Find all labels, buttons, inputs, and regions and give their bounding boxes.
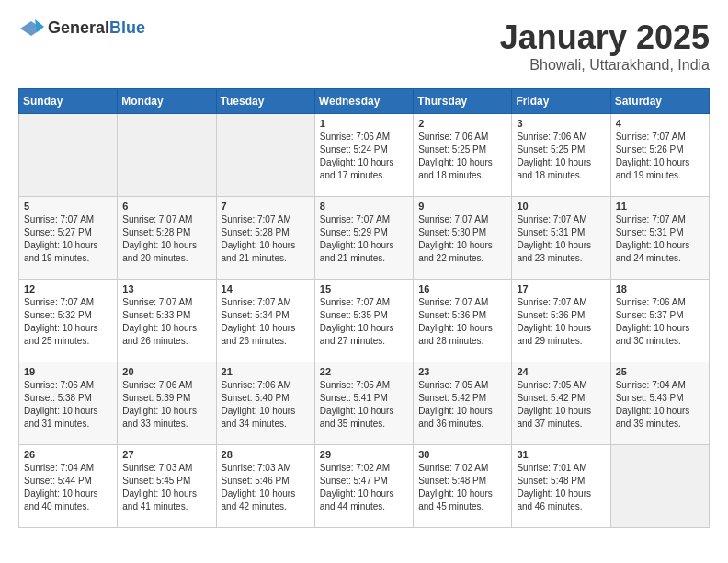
day-number: 17	[517, 283, 605, 294]
day-number: 15	[320, 283, 408, 294]
day-number: 3	[517, 118, 605, 129]
day-info: Sunrise: 7:06 AMSunset: 5:37 PMDaylight:…	[616, 296, 704, 348]
day-number: 8	[320, 201, 408, 212]
page-header: GeneralBlue January 2025 Bhowali, Uttara…	[18, 18, 710, 74]
calendar-cell: 25Sunrise: 7:04 AMSunset: 5:43 PMDayligh…	[610, 362, 709, 445]
calendar-cell: 29Sunrise: 7:02 AMSunset: 5:47 PMDayligh…	[314, 445, 413, 528]
weekday-header: Saturday	[610, 89, 709, 114]
day-info: Sunrise: 7:03 AMSunset: 5:46 PMDaylight:…	[222, 462, 310, 513]
calendar-cell: 13Sunrise: 7:07 AMSunset: 5:33 PMDayligh…	[118, 280, 216, 362]
day-info: Sunrise: 7:07 AMSunset: 5:35 PMDaylight:…	[320, 296, 408, 348]
calendar-cell: 7Sunrise: 7:07 AMSunset: 5:28 PMDaylight…	[216, 197, 314, 280]
day-number: 2	[418, 118, 506, 129]
day-info: Sunrise: 7:07 AMSunset: 5:26 PMDaylight:…	[616, 131, 704, 182]
calendar-cell: 5Sunrise: 7:07 AMSunset: 5:27 PMDaylight…	[19, 197, 118, 280]
day-info: Sunrise: 7:06 AMSunset: 5:40 PMDaylight:…	[222, 379, 310, 431]
logo: GeneralBlue	[18, 18, 145, 38]
weekday-header: Friday	[512, 89, 610, 114]
day-info: Sunrise: 7:06 AMSunset: 5:39 PMDaylight:…	[122, 379, 210, 431]
day-info: Sunrise: 7:04 AMSunset: 5:43 PMDaylight:…	[616, 379, 704, 431]
calendar-header-row: SundayMondayTuesdayWednesdayThursdayFrid…	[19, 89, 710, 114]
weekday-header: Monday	[118, 89, 216, 114]
day-info: Sunrise: 7:05 AMSunset: 5:42 PMDaylight:…	[517, 379, 605, 431]
day-number: 31	[517, 449, 605, 460]
logo-text-blue: Blue	[109, 18, 145, 37]
day-info: Sunrise: 7:03 AMSunset: 5:45 PMDaylight:…	[122, 462, 210, 513]
day-number: 20	[122, 366, 210, 377]
day-info: Sunrise: 7:07 AMSunset: 5:36 PMDaylight:…	[517, 296, 605, 348]
day-info: Sunrise: 7:07 AMSunset: 5:36 PMDaylight:…	[418, 296, 506, 348]
day-info: Sunrise: 7:06 AMSunset: 5:24 PMDaylight:…	[320, 131, 408, 182]
weekday-header: Wednesday	[314, 89, 413, 114]
calendar-cell: 8Sunrise: 7:07 AMSunset: 5:29 PMDaylight…	[314, 197, 413, 280]
day-number: 18	[616, 283, 704, 294]
calendar-table: SundayMondayTuesdayWednesdayThursdayFrid…	[18, 88, 710, 528]
calendar-cell: 4Sunrise: 7:07 AMSunset: 5:26 PMDaylight…	[610, 114, 709, 197]
day-info: Sunrise: 7:07 AMSunset: 5:27 PMDaylight:…	[24, 213, 112, 265]
calendar-cell: 12Sunrise: 7:07 AMSunset: 5:32 PMDayligh…	[19, 280, 118, 362]
day-number: 4	[616, 118, 704, 129]
day-number: 13	[122, 283, 210, 294]
day-info: Sunrise: 7:07 AMSunset: 5:30 PMDaylight:…	[418, 213, 506, 265]
day-info: Sunrise: 7:02 AMSunset: 5:48 PMDaylight:…	[418, 462, 506, 513]
calendar-cell: 24Sunrise: 7:05 AMSunset: 5:42 PMDayligh…	[512, 362, 610, 445]
day-info: Sunrise: 7:07 AMSunset: 5:33 PMDaylight:…	[122, 296, 210, 348]
day-number: 29	[320, 449, 408, 460]
day-info: Sunrise: 7:06 AMSunset: 5:38 PMDaylight:…	[24, 379, 112, 431]
calendar-cell: 16Sunrise: 7:07 AMSunset: 5:36 PMDayligh…	[414, 280, 512, 362]
day-info: Sunrise: 7:06 AMSunset: 5:25 PMDaylight:…	[517, 131, 605, 182]
title-area: January 2025 Bhowali, Uttarakhand, India	[500, 18, 710, 74]
day-number: 21	[222, 366, 310, 377]
day-info: Sunrise: 7:07 AMSunset: 5:31 PMDaylight:…	[517, 213, 605, 265]
day-number: 7	[222, 201, 310, 212]
day-number: 10	[517, 201, 605, 212]
day-number: 24	[517, 366, 605, 377]
calendar-cell: 30Sunrise: 7:02 AMSunset: 5:48 PMDayligh…	[414, 445, 512, 528]
calendar-cell: 26Sunrise: 7:04 AMSunset: 5:44 PMDayligh…	[19, 445, 118, 528]
weekday-header: Sunday	[19, 89, 118, 114]
day-number: 14	[222, 283, 310, 294]
day-info: Sunrise: 7:04 AMSunset: 5:44 PMDaylight:…	[24, 462, 112, 513]
weekday-header: Tuesday	[216, 89, 314, 114]
day-number: 12	[24, 283, 112, 294]
day-number: 27	[122, 449, 210, 460]
day-info: Sunrise: 7:07 AMSunset: 5:28 PMDaylight:…	[122, 213, 210, 265]
calendar-week-row: 26Sunrise: 7:04 AMSunset: 5:44 PMDayligh…	[19, 445, 710, 528]
day-number: 25	[616, 366, 704, 377]
day-info: Sunrise: 7:07 AMSunset: 5:28 PMDaylight:…	[222, 213, 310, 265]
day-number: 11	[616, 201, 704, 212]
calendar-cell: 18Sunrise: 7:06 AMSunset: 5:37 PMDayligh…	[610, 280, 709, 362]
day-number: 1	[320, 118, 408, 129]
day-info: Sunrise: 7:06 AMSunset: 5:25 PMDaylight:…	[418, 131, 506, 182]
calendar-cell: 22Sunrise: 7:05 AMSunset: 5:41 PMDayligh…	[314, 362, 413, 445]
calendar-cell: 10Sunrise: 7:07 AMSunset: 5:31 PMDayligh…	[512, 197, 610, 280]
calendar-week-row: 12Sunrise: 7:07 AMSunset: 5:32 PMDayligh…	[19, 280, 710, 362]
day-number: 30	[418, 449, 506, 460]
calendar-cell	[19, 114, 118, 197]
calendar-cell: 3Sunrise: 7:06 AMSunset: 5:25 PMDaylight…	[512, 114, 610, 197]
calendar-cell	[610, 445, 709, 528]
calendar-cell: 20Sunrise: 7:06 AMSunset: 5:39 PMDayligh…	[118, 362, 216, 445]
day-number: 28	[222, 449, 310, 460]
calendar-cell	[118, 114, 216, 197]
calendar-week-row: 5Sunrise: 7:07 AMSunset: 5:27 PMDaylight…	[19, 197, 710, 280]
weekday-header: Thursday	[414, 89, 512, 114]
calendar-cell: 17Sunrise: 7:07 AMSunset: 5:36 PMDayligh…	[512, 280, 610, 362]
day-number: 22	[320, 366, 408, 377]
calendar-cell: 6Sunrise: 7:07 AMSunset: 5:28 PMDaylight…	[118, 197, 216, 280]
day-info: Sunrise: 7:01 AMSunset: 5:48 PMDaylight:…	[517, 462, 605, 513]
day-info: Sunrise: 7:07 AMSunset: 5:32 PMDaylight:…	[24, 296, 112, 348]
calendar-cell: 31Sunrise: 7:01 AMSunset: 5:48 PMDayligh…	[512, 445, 610, 528]
calendar-cell: 11Sunrise: 7:07 AMSunset: 5:31 PMDayligh…	[610, 197, 709, 280]
day-info: Sunrise: 7:07 AMSunset: 5:34 PMDaylight:…	[222, 296, 310, 348]
day-number: 9	[418, 201, 506, 212]
calendar-cell: 2Sunrise: 7:06 AMSunset: 5:25 PMDaylight…	[414, 114, 512, 197]
calendar-cell: 27Sunrise: 7:03 AMSunset: 5:45 PMDayligh…	[118, 445, 216, 528]
logo-icon	[18, 19, 44, 38]
calendar-cell: 28Sunrise: 7:03 AMSunset: 5:46 PMDayligh…	[216, 445, 314, 528]
day-number: 23	[418, 366, 506, 377]
calendar-cell: 14Sunrise: 7:07 AMSunset: 5:34 PMDayligh…	[216, 280, 314, 362]
calendar-cell: 1Sunrise: 7:06 AMSunset: 5:24 PMDaylight…	[314, 114, 413, 197]
day-number: 16	[418, 283, 506, 294]
calendar-week-row: 19Sunrise: 7:06 AMSunset: 5:38 PMDayligh…	[19, 362, 710, 445]
